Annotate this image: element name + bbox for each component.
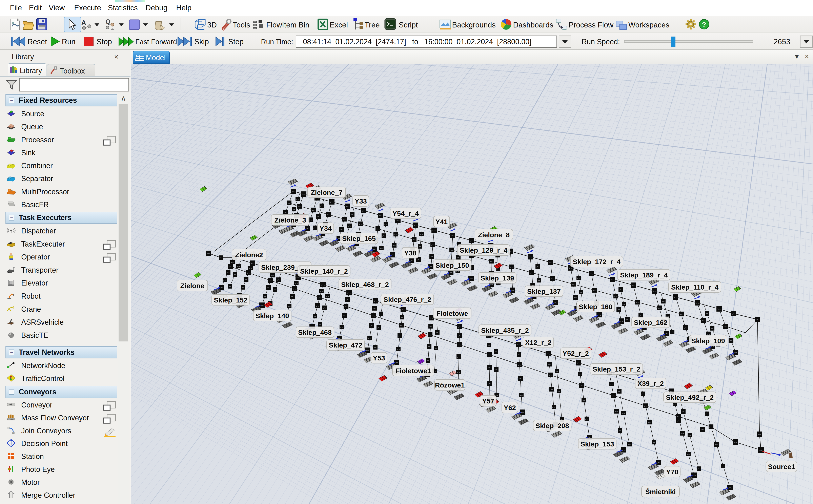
svg-text:Zielone_7: Zielone_7 (311, 189, 343, 196)
svg-text:FlowItem Bin: FlowItem Bin (266, 21, 309, 29)
svg-text:3D: 3D (207, 21, 217, 29)
svg-text:Reset: Reset (27, 38, 47, 46)
svg-text:Process Flow: Process Flow (569, 21, 613, 29)
svg-text:Sklep_208: Sklep_208 (535, 422, 569, 429)
svg-text:Sklep_189_r_4: Sklep_189_r_4 (620, 271, 668, 279)
svg-text:Sklep_152: Sklep_152 (214, 296, 247, 304)
svg-text:Sklep_140_r_2: Sklep_140_r_2 (300, 267, 348, 275)
svg-text:Sklep_137: Sklep_137 (527, 288, 561, 295)
svg-text:Śmietniki: Śmietniki (645, 488, 676, 496)
svg-text:Y54_r_4: Y54_r_4 (392, 210, 419, 217)
svg-text:Fast Forward: Fast Forward (135, 38, 177, 46)
svg-text:Sklep_165: Sklep_165 (342, 235, 376, 242)
svg-text:Y41: Y41 (435, 218, 448, 226)
svg-text:Rózowe1: Rózowe1 (435, 381, 465, 389)
svg-text:Source1: Source1 (768, 463, 795, 470)
svg-text:Sklep_129_r_4: Sklep_129_r_4 (460, 246, 507, 254)
svg-text:Zielone_3: Zielone_3 (275, 216, 306, 224)
svg-text:Y52_r_2: Y52_r_2 (563, 350, 589, 357)
svg-text:Fioletowe: Fioletowe (436, 310, 468, 317)
svg-text:X39_r_2: X39_r_2 (637, 380, 664, 387)
svg-text:08:41:14 01.02.2024 [2474.17: 08:41:14 01.02.2024 [2474.17] to 16:00:0… (303, 38, 531, 46)
svg-text:Sklep_172_r_4: Sklep_172_r_4 (573, 258, 621, 266)
svg-text:Sklep_150: Sklep_150 (435, 261, 469, 269)
svg-text:Y70: Y70 (666, 468, 678, 476)
svg-text:Zielone2: Zielone2 (235, 251, 263, 259)
svg-text:Skip: Skip (194, 38, 209, 46)
svg-text:Q: Q (105, 18, 110, 25)
svg-text:2653: 2653 (774, 38, 790, 46)
svg-text:Tree: Tree (365, 21, 380, 29)
svg-text:Sklep_153: Sklep_153 (581, 440, 614, 448)
svg-text:Zielone: Zielone (180, 282, 204, 290)
svg-text:Run Time:: Run Time: (261, 38, 293, 46)
svg-text:Sklep_140: Sklep_140 (256, 312, 289, 320)
svg-text:Backgrounds: Backgrounds (452, 21, 496, 29)
svg-text:Script: Script (399, 21, 418, 29)
svg-text:Tools: Tools (233, 21, 250, 29)
svg-text:?: ? (702, 21, 706, 28)
svg-text:Sklep_153_r_2: Sklep_153_r_2 (593, 365, 640, 373)
svg-text:Sklep_110_r_4: Sklep_110_r_4 (671, 283, 719, 291)
svg-text:Sklep_160: Sklep_160 (579, 303, 612, 311)
svg-text:Y53: Y53 (373, 354, 385, 362)
svg-text:A: A (81, 19, 86, 26)
svg-text:Sklep_468: Sklep_468 (298, 329, 332, 336)
svg-text:Zielone_8: Zielone_8 (478, 231, 510, 239)
svg-text:Sklep_109: Sklep_109 (691, 337, 725, 345)
svg-text:Y38: Y38 (404, 249, 416, 257)
svg-text:Excel: Excel (330, 21, 348, 29)
svg-text:Y34: Y34 (320, 225, 332, 232)
svg-text:Y62: Y62 (504, 404, 516, 412)
svg-text:Y33: Y33 (355, 197, 367, 205)
svg-text:Step: Step (228, 38, 244, 46)
svg-text:Stop: Stop (97, 38, 112, 46)
svg-text:Run Speed:: Run Speed: (582, 38, 620, 46)
svg-text:Sklep_139: Sklep_139 (481, 274, 514, 282)
svg-text:X12_r_2: X12_r_2 (525, 339, 551, 346)
svg-text:Sklep_492_r_2: Sklep_492_r_2 (666, 394, 714, 401)
svg-text:Sklep_472: Sklep_472 (329, 341, 362, 349)
svg-text:Dashboards: Dashboards (513, 21, 553, 29)
svg-text:Y57: Y57 (482, 397, 494, 405)
svg-text:Sklep_435_r_2: Sklep_435_r_2 (481, 327, 529, 334)
svg-text:Sklep_468_r_2: Sklep_468_r_2 (341, 281, 389, 288)
svg-text:Workspaces: Workspaces (628, 21, 669, 29)
svg-text:Fioletowe1: Fioletowe1 (395, 367, 431, 375)
svg-text:Sklep_476_r_2: Sklep_476_r_2 (384, 296, 431, 303)
svg-text:Sklep_162: Sklep_162 (634, 319, 667, 326)
svg-text:Run: Run (62, 38, 76, 46)
